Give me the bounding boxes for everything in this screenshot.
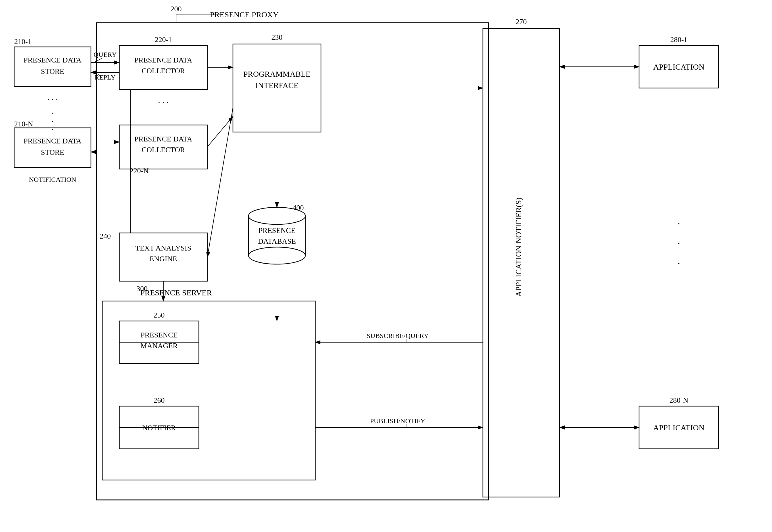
- presence-server-box: [102, 301, 315, 480]
- pdcn-label1: PRESENCE DATA: [134, 135, 192, 143]
- query-label: QUERY: [93, 51, 116, 58]
- ref-230: 230: [272, 33, 283, 41]
- pdcn-label2: COLLECTOR: [142, 146, 185, 154]
- tae-label2: ENGINE: [150, 255, 177, 263]
- presence-data-store-n-box: [14, 128, 91, 168]
- ref-220-1: 220-1: [155, 36, 172, 44]
- notifier-label: NOTIFIER: [142, 424, 176, 432]
- db-label2: DATABASE: [258, 237, 296, 245]
- app-notifier-label1: APPLICATION NOTIFIER(S): [514, 197, 523, 297]
- ref-240: 240: [100, 232, 111, 240]
- publish-notify-label: PUBLISH/NOTIFY: [370, 417, 425, 425]
- ref-270: 270: [516, 18, 527, 26]
- prog-interface-label1: PROGRAMMABLE: [243, 70, 310, 78]
- pds1-label2: STORE: [41, 67, 64, 76]
- app-dots3: ·: [678, 258, 680, 269]
- store-dots2: .: [52, 115, 54, 124]
- presence-server-label: PRESENCE SERVER: [140, 288, 212, 297]
- pm-label1: PRESENCE: [141, 331, 178, 339]
- pm-label2: MANAGER: [140, 342, 178, 350]
- ref-210-1: 210-1: [14, 37, 32, 46]
- app-dots2: ·: [678, 238, 680, 249]
- pds1-label1: PRESENCE DATA: [24, 56, 82, 64]
- arrow-pi-to-tae: [207, 108, 233, 257]
- subscribe-query-label: SUBSCRIBE/QUERY: [367, 332, 429, 339]
- db-label1: PRESENCE: [258, 226, 295, 235]
- appn-label: APPLICATION: [653, 423, 704, 432]
- ref-260: 260: [154, 396, 165, 404]
- ref-220-n: 220-N: [130, 167, 149, 175]
- prog-interface-label2: INTERFACE: [255, 81, 299, 90]
- query-leader: [94, 58, 102, 62]
- dots-top: · · ·: [47, 95, 58, 104]
- reply-label: REPLY: [95, 74, 116, 81]
- pdsn-label1: PRESENCE DATA: [24, 137, 82, 145]
- diagram-container: PRESENCE PROXY 200 PRESENCE DATA STORE 2…: [0, 0, 772, 532]
- collector-dots: · · ·: [158, 97, 169, 107]
- tae-label1: TEXT ANALYSIS: [135, 244, 191, 252]
- app-dots: ·: [678, 218, 680, 230]
- store-dots3: .: [52, 123, 54, 132]
- pdc1-label2: COLLECTOR: [142, 67, 185, 75]
- presence-data-store-1-box: [14, 47, 91, 87]
- ref-300: 300: [137, 285, 148, 293]
- ref-280-n: 280-N: [669, 396, 688, 404]
- notification-label: NOTIFICATION: [29, 176, 76, 183]
- presence-proxy-label: PRESENCE PROXY: [210, 10, 279, 19]
- pdc1-label1: PRESENCE DATA: [134, 56, 192, 64]
- ref-250: 250: [154, 311, 165, 319]
- store-dots1: .: [52, 107, 54, 115]
- db-bottom-ellipse: [249, 247, 305, 264]
- ref-280-1: 280-1: [670, 36, 688, 44]
- ref-210-n: 210-N: [14, 120, 33, 128]
- ref-200: 200: [171, 5, 182, 13]
- ref-400: 400: [293, 204, 304, 212]
- app1-label: APPLICATION: [653, 62, 704, 71]
- pdsn-label2: STORE: [41, 148, 64, 157]
